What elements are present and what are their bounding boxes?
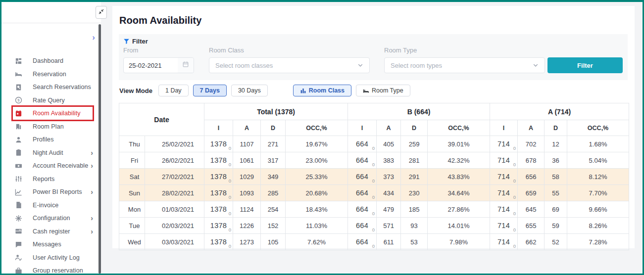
cell-i: 7140 — [490, 169, 518, 185]
inventory-value: 1378 — [210, 156, 227, 164]
cell-occ: 42.32% — [428, 152, 490, 169]
group-by-toggles: Room ClassRoom Type — [293, 85, 415, 96]
user-activity-icon — [15, 254, 23, 262]
inventory-sub-value: 0 — [372, 211, 375, 216]
sidebar-item-search-reservations[interactable]: Search Reservations — [1, 81, 101, 94]
clipboard-icon — [15, 149, 23, 157]
cell-i: 6640 — [348, 185, 377, 201]
sub-header-d: D — [401, 120, 428, 136]
sidebar-item-reservation[interactable]: Reservation — [1, 68, 101, 81]
sidebar-item-room-plan[interactable]: Room Plan — [1, 120, 101, 134]
inventory-value: 664 — [356, 173, 368, 181]
sidebar-item-dashboard[interactable]: Dashboard — [1, 54, 101, 68]
sidebar-item-messages[interactable]: Messages — [1, 238, 101, 251]
inventory-value: 714 — [497, 140, 510, 148]
sidebar-item-group-reservation[interactable]: Group reservation — [1, 264, 101, 275]
view-mode-7-days-button[interactable]: 7 Days — [193, 85, 227, 96]
cell-a: 373 — [377, 169, 401, 185]
inventory-value: 1378 — [210, 222, 227, 229]
room-class-field: Room Class Select room classes — [209, 46, 370, 73]
sidebar-header — [1, 2, 101, 23]
chevron-right-icon: › — [91, 162, 93, 169]
banknote-icon — [15, 162, 23, 170]
room-type-select[interactable]: Select room types — [384, 57, 545, 73]
sidebar-item-account-receivable[interactable]: Account Receivable› — [1, 159, 101, 173]
chevron-right-icon: › — [91, 215, 93, 222]
inventory-sub-value: 0 — [372, 243, 375, 249]
sidebar-expand-chevron-icon[interactable]: › — [92, 33, 95, 42]
inventory-sub-value: 0 — [229, 178, 231, 183]
inventory-value: 664 — [356, 222, 368, 229]
cell-occ: 39.01% — [428, 136, 490, 152]
cell-d: 55 — [545, 185, 567, 201]
sub-header-i: I — [204, 120, 233, 136]
view-mode-30-days-button[interactable]: 30 Days — [231, 85, 268, 96]
cell-occ: 7.62% — [286, 234, 348, 250]
group-by-room-type-button[interactable]: Room Type — [356, 85, 410, 96]
sidebar-item-label: Night Audit — [33, 149, 63, 156]
calendar-icon — [182, 61, 189, 70]
inventory-sub-value: 0 — [513, 194, 516, 200]
inventory-value: 664 — [356, 189, 368, 197]
cell-a: 1029 — [233, 169, 261, 185]
group-by-label: Room Class — [309, 87, 345, 94]
cell-d: 230 — [401, 185, 428, 201]
inventory-value: 664 — [356, 156, 368, 164]
sidebar-item-reports[interactable]: Reports — [1, 173, 101, 186]
chevron-right-icon: › — [91, 228, 93, 235]
sidebar-item-label: Account Receivable — [33, 162, 88, 169]
cell-occ: 5.04% — [567, 152, 629, 169]
inventory-value: 1378 — [210, 238, 227, 246]
message-icon — [15, 240, 23, 248]
room-type-field: Room Type Select room types — [384, 46, 545, 73]
cell-occ: 7.28% — [567, 234, 629, 250]
cell-occ: 8.12% — [567, 169, 629, 185]
group-by-room-class-button[interactable]: Room Class — [293, 85, 351, 96]
collapse-sidebar-button[interactable] — [96, 6, 107, 19]
inventory-sub-value: 0 — [229, 145, 231, 151]
from-field: From 25-02-2021 — [123, 46, 194, 73]
cell-i: 13780 — [204, 234, 233, 250]
filter-panel: Filter From 25-02-2021 — [119, 34, 628, 80]
table-row: Sun28/02/202113780109328520.68%664043423… — [119, 185, 629, 201]
sidebar-item-rate-query[interactable]: $Rate Query — [1, 94, 101, 107]
sidebar-scrollbar[interactable] — [99, 24, 101, 274]
sidebar-item-profiles[interactable]: Profiles — [1, 133, 101, 146]
sub-header-i: I — [490, 120, 518, 136]
cell-a: 1061 — [233, 152, 261, 169]
dashboard-icon — [15, 57, 23, 65]
sidebar-item-label: Cash register — [33, 228, 70, 235]
room-type-placeholder: Select room types — [391, 62, 442, 69]
inventory-sub-value: 0 — [229, 194, 231, 200]
room-class-label: Room Class — [209, 46, 370, 54]
cell-i: 6640 — [348, 169, 377, 185]
sidebar-item-power-bi-reports[interactable]: Power BI Reports› — [1, 185, 101, 199]
room-class-select[interactable]: Select room classes — [209, 57, 370, 73]
sidebar-item-configuration[interactable]: Configuration› — [1, 212, 101, 225]
cell-d: 281 — [401, 152, 428, 169]
sidebar-item-label: Messages — [33, 241, 61, 248]
room-type-label: Room Type — [384, 46, 545, 54]
calendar-picker-button[interactable] — [178, 58, 194, 73]
cell-occ: 20.68% — [286, 185, 348, 201]
invoice-icon — [15, 201, 23, 209]
cash-register-icon — [15, 228, 23, 235]
cell-occ: 7.98% — [428, 234, 490, 250]
sidebar-item-user-activity-log[interactable]: User Activity Log — [1, 251, 101, 265]
from-date-input[interactable]: 25-02-2021 — [123, 57, 194, 73]
cell-occ: 43.83% — [428, 169, 490, 185]
sidebar-item-night-audit[interactable]: Night Audit› — [1, 146, 101, 160]
briefcase-icon — [15, 267, 23, 275]
sidebar-item-room-availability[interactable]: Room Availability — [1, 107, 101, 120]
view-mode-1-day-button[interactable]: 1 Day — [158, 85, 189, 96]
inventory-sub-value: 0 — [372, 145, 375, 151]
sidebar-item-e-invoice[interactable]: E-invoice — [1, 199, 101, 212]
sub-header-occ: OCC,% — [428, 120, 490, 136]
sidebar-item-cash-register[interactable]: Cash register› — [1, 225, 101, 238]
table-row: Fri26/02/202113780106131723.00%664038328… — [119, 152, 629, 169]
bar-chart-icon — [300, 88, 306, 94]
cell-occ: 14.01% — [428, 218, 490, 234]
filter-button[interactable]: Filter — [547, 57, 623, 73]
line-chart-icon — [15, 188, 23, 196]
inventory-sub-value: 0 — [229, 162, 231, 167]
